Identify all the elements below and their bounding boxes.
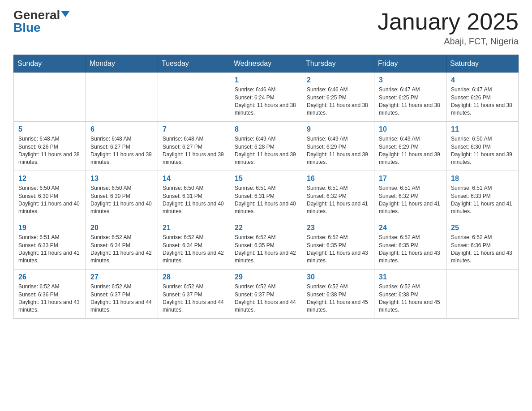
calendar-header-sunday: Sunday bbox=[14, 55, 86, 73]
day-info: Sunrise: 6:51 AMSunset: 6:31 PMDaylight:… bbox=[235, 184, 297, 216]
calendar-cell bbox=[446, 270, 519, 319]
day-number: 13 bbox=[90, 175, 153, 183]
day-number: 23 bbox=[307, 224, 369, 232]
day-number: 20 bbox=[90, 224, 153, 232]
calendar-cell: 12Sunrise: 6:50 AMSunset: 6:30 PMDayligh… bbox=[14, 171, 86, 220]
calendar-header-thursday: Thursday bbox=[302, 55, 374, 73]
calendar-cell: 25Sunrise: 6:52 AMSunset: 6:36 PMDayligh… bbox=[446, 220, 519, 270]
day-info: Sunrise: 6:52 AMSunset: 6:37 PMDaylight:… bbox=[163, 283, 225, 314]
calendar-cell: 27Sunrise: 6:52 AMSunset: 6:37 PMDayligh… bbox=[86, 270, 158, 319]
day-number: 10 bbox=[379, 125, 442, 133]
day-number: 3 bbox=[379, 76, 442, 84]
calendar-header-wednesday: Wednesday bbox=[230, 55, 302, 73]
calendar-cell: 9Sunrise: 6:49 AMSunset: 6:29 PMDaylight… bbox=[302, 122, 374, 171]
day-number: 12 bbox=[18, 175, 81, 183]
day-info: Sunrise: 6:47 AMSunset: 6:25 PMDaylight:… bbox=[379, 86, 442, 117]
calendar-header-tuesday: Tuesday bbox=[158, 55, 230, 73]
day-info: Sunrise: 6:48 AMSunset: 6:26 PMDaylight:… bbox=[18, 135, 81, 167]
calendar-cell bbox=[86, 73, 158, 122]
day-info: Sunrise: 6:52 AMSunset: 6:38 PMDaylight:… bbox=[307, 283, 369, 314]
day-number: 8 bbox=[235, 125, 297, 133]
day-info: Sunrise: 6:47 AMSunset: 6:26 PMDaylight:… bbox=[451, 86, 514, 117]
calendar-cell: 23Sunrise: 6:52 AMSunset: 6:35 PMDayligh… bbox=[302, 220, 374, 270]
day-info: Sunrise: 6:50 AMSunset: 6:30 PMDaylight:… bbox=[90, 184, 153, 216]
calendar-cell: 1Sunrise: 6:46 AMSunset: 6:24 PMDaylight… bbox=[230, 73, 302, 122]
day-info: Sunrise: 6:52 AMSunset: 6:34 PMDaylight:… bbox=[163, 234, 225, 265]
day-number: 25 bbox=[451, 224, 514, 232]
calendar-cell: 4Sunrise: 6:47 AMSunset: 6:26 PMDaylight… bbox=[446, 73, 519, 122]
day-number: 19 bbox=[18, 224, 81, 232]
day-number: 21 bbox=[163, 224, 225, 232]
calendar-header-row: SundayMondayTuesdayWednesdayThursdayFrid… bbox=[14, 55, 519, 73]
day-info: Sunrise: 6:46 AMSunset: 6:25 PMDaylight:… bbox=[307, 86, 369, 117]
day-info: Sunrise: 6:52 AMSunset: 6:35 PMDaylight:… bbox=[379, 234, 442, 265]
calendar-cell: 15Sunrise: 6:51 AMSunset: 6:31 PMDayligh… bbox=[230, 171, 302, 220]
calendar-table: SundayMondayTuesdayWednesdayThursdayFrid… bbox=[13, 55, 519, 319]
logo-blue-text: Blue bbox=[13, 21, 41, 34]
day-number: 15 bbox=[235, 175, 297, 183]
calendar-cell: 2Sunrise: 6:46 AMSunset: 6:25 PMDaylight… bbox=[302, 73, 374, 122]
logo-triangle-icon bbox=[61, 11, 70, 17]
day-info: Sunrise: 6:48 AMSunset: 6:27 PMDaylight:… bbox=[163, 135, 225, 167]
day-number: 9 bbox=[307, 125, 369, 133]
calendar-cell: 6Sunrise: 6:48 AMSunset: 6:27 PMDaylight… bbox=[86, 122, 158, 171]
calendar-cell: 26Sunrise: 6:52 AMSunset: 6:36 PMDayligh… bbox=[14, 270, 86, 319]
day-number: 30 bbox=[307, 273, 369, 281]
day-info: Sunrise: 6:51 AMSunset: 6:32 PMDaylight:… bbox=[307, 184, 369, 216]
day-number: 1 bbox=[235, 76, 297, 84]
day-info: Sunrise: 6:50 AMSunset: 6:31 PMDaylight:… bbox=[163, 184, 225, 216]
day-number: 29 bbox=[235, 273, 297, 281]
calendar-week-row: 12Sunrise: 6:50 AMSunset: 6:30 PMDayligh… bbox=[14, 171, 519, 220]
calendar-week-row: 1Sunrise: 6:46 AMSunset: 6:24 PMDaylight… bbox=[14, 73, 519, 122]
day-number: 4 bbox=[451, 76, 514, 84]
calendar-cell: 19Sunrise: 6:51 AMSunset: 6:33 PMDayligh… bbox=[14, 220, 86, 270]
calendar-week-row: 5Sunrise: 6:48 AMSunset: 6:26 PMDaylight… bbox=[14, 122, 519, 171]
calendar-cell bbox=[158, 73, 230, 122]
day-number: 5 bbox=[18, 125, 81, 133]
calendar-week-row: 26Sunrise: 6:52 AMSunset: 6:36 PMDayligh… bbox=[14, 270, 519, 319]
title-block: January 2025 Abaji, FCT, Nigeria bbox=[378, 9, 519, 47]
day-info: Sunrise: 6:52 AMSunset: 6:35 PMDaylight:… bbox=[235, 234, 297, 265]
calendar-cell: 8Sunrise: 6:49 AMSunset: 6:28 PMDaylight… bbox=[230, 122, 302, 171]
calendar-cell: 5Sunrise: 6:48 AMSunset: 6:26 PMDaylight… bbox=[14, 122, 86, 171]
calendar-cell: 22Sunrise: 6:52 AMSunset: 6:35 PMDayligh… bbox=[230, 220, 302, 270]
calendar-week-row: 19Sunrise: 6:51 AMSunset: 6:33 PMDayligh… bbox=[14, 220, 519, 270]
day-info: Sunrise: 6:51 AMSunset: 6:33 PMDaylight:… bbox=[18, 234, 81, 265]
day-number: 6 bbox=[90, 125, 153, 133]
calendar-header-monday: Monday bbox=[86, 55, 158, 73]
day-number: 26 bbox=[18, 273, 81, 281]
day-info: Sunrise: 6:50 AMSunset: 6:30 PMDaylight:… bbox=[451, 135, 514, 167]
calendar-cell: 7Sunrise: 6:48 AMSunset: 6:27 PMDaylight… bbox=[158, 122, 230, 171]
day-number: 17 bbox=[379, 175, 442, 183]
calendar-cell: 3Sunrise: 6:47 AMSunset: 6:25 PMDaylight… bbox=[374, 73, 446, 122]
day-info: Sunrise: 6:52 AMSunset: 6:37 PMDaylight:… bbox=[90, 283, 153, 314]
day-number: 16 bbox=[307, 175, 369, 183]
calendar-cell: 30Sunrise: 6:52 AMSunset: 6:38 PMDayligh… bbox=[302, 270, 374, 319]
day-info: Sunrise: 6:51 AMSunset: 6:32 PMDaylight:… bbox=[379, 184, 442, 216]
day-info: Sunrise: 6:52 AMSunset: 6:34 PMDaylight:… bbox=[90, 234, 153, 265]
day-info: Sunrise: 6:52 AMSunset: 6:37 PMDaylight:… bbox=[235, 283, 297, 314]
day-number: 27 bbox=[90, 273, 153, 281]
month-title: January 2025 bbox=[378, 9, 519, 34]
calendar-cell: 16Sunrise: 6:51 AMSunset: 6:32 PMDayligh… bbox=[302, 171, 374, 220]
calendar-cell: 18Sunrise: 6:51 AMSunset: 6:33 PMDayligh… bbox=[446, 171, 519, 220]
day-number: 18 bbox=[451, 175, 514, 183]
day-info: Sunrise: 6:46 AMSunset: 6:24 PMDaylight:… bbox=[235, 86, 297, 117]
calendar-cell: 24Sunrise: 6:52 AMSunset: 6:35 PMDayligh… bbox=[374, 220, 446, 270]
day-info: Sunrise: 6:51 AMSunset: 6:33 PMDaylight:… bbox=[451, 184, 514, 216]
day-info: Sunrise: 6:52 AMSunset: 6:38 PMDaylight:… bbox=[379, 283, 442, 314]
calendar-cell: 11Sunrise: 6:50 AMSunset: 6:30 PMDayligh… bbox=[446, 122, 519, 171]
day-number: 22 bbox=[235, 224, 297, 232]
calendar-header-friday: Friday bbox=[374, 55, 446, 73]
day-number: 14 bbox=[163, 175, 225, 183]
logo-general-text: General bbox=[13, 9, 60, 21]
day-number: 11 bbox=[451, 125, 514, 133]
day-info: Sunrise: 6:48 AMSunset: 6:27 PMDaylight:… bbox=[90, 135, 153, 167]
day-info: Sunrise: 6:50 AMSunset: 6:30 PMDaylight:… bbox=[18, 184, 81, 216]
calendar-cell: 17Sunrise: 6:51 AMSunset: 6:32 PMDayligh… bbox=[374, 171, 446, 220]
day-info: Sunrise: 6:49 AMSunset: 6:29 PMDaylight:… bbox=[379, 135, 442, 167]
day-info: Sunrise: 6:52 AMSunset: 6:35 PMDaylight:… bbox=[307, 234, 369, 265]
calendar-cell: 14Sunrise: 6:50 AMSunset: 6:31 PMDayligh… bbox=[158, 171, 230, 220]
day-number: 31 bbox=[379, 273, 442, 281]
calendar-cell: 21Sunrise: 6:52 AMSunset: 6:34 PMDayligh… bbox=[158, 220, 230, 270]
